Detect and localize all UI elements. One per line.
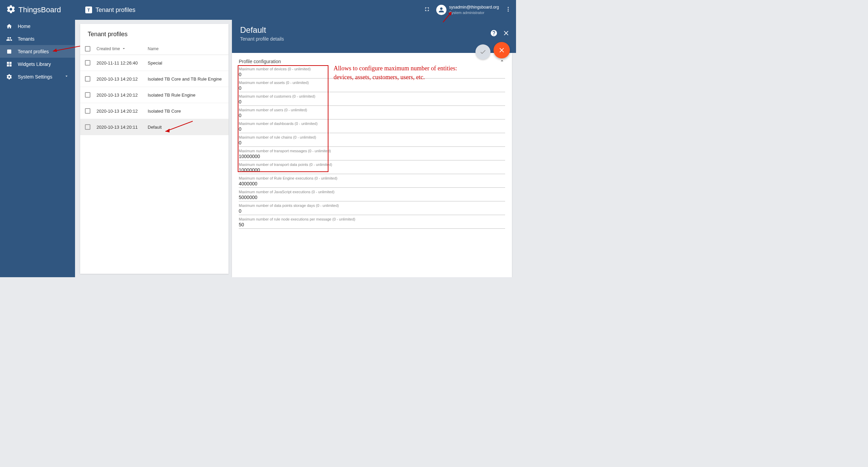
field-input[interactable]: 0 bbox=[239, 208, 505, 215]
discard-button[interactable] bbox=[494, 42, 510, 58]
field-label: Maximum number of rule node executions p… bbox=[239, 217, 505, 221]
field-label: Maximum number of data points storage da… bbox=[239, 203, 505, 208]
sidebar-item-label: Widgets Library bbox=[18, 61, 51, 67]
field-input[interactable]: 0 bbox=[239, 98, 505, 106]
chevron-up-icon[interactable] bbox=[499, 58, 505, 65]
field-max-dashboards: Maximum number of dashboards (0 - unlimi… bbox=[239, 122, 505, 133]
cell-name: Isolated TB Rule Engine bbox=[148, 93, 224, 98]
sidebar-item-label: System Settings bbox=[18, 74, 52, 80]
sidebar-item-label: Tenant profiles bbox=[18, 49, 49, 54]
table-row[interactable]: 2020-10-13 14:20:12 Isolated TB Core bbox=[80, 103, 229, 119]
field-max-users: Maximum number of users (0 - unlimited) … bbox=[239, 108, 505, 119]
tenant-profiles-icon: T bbox=[85, 6, 92, 13]
field-label: Maximum number of transport data points … bbox=[239, 162, 505, 167]
field-label: Maximum number of Rule Engine executions… bbox=[239, 176, 505, 180]
sidebar-item-system-settings[interactable]: System Settings bbox=[0, 70, 75, 83]
sidebar: Home Tenants Tenant profiles Widgets Lib… bbox=[0, 20, 75, 277]
svg-point-1 bbox=[508, 9, 509, 10]
field-label: Maximum number of dashboards (0 - unlimi… bbox=[239, 122, 505, 126]
table-row[interactable]: 2020-10-13 14:20:12 Isolated TB Core and… bbox=[80, 71, 229, 87]
topbar-right: sysadmin@thingsboard.org System administ… bbox=[424, 5, 516, 15]
section-title: Profile configuration bbox=[239, 59, 281, 64]
field-max-transport-datapoints: Maximum number of transport data points … bbox=[239, 162, 505, 174]
field-input[interactable]: 10000000 bbox=[239, 167, 505, 174]
cell-name: Isolated TB Core and TB Rule Engine bbox=[148, 76, 224, 82]
sidebar-item-home[interactable]: Home bbox=[0, 20, 75, 32]
field-input[interactable]: 5000000 bbox=[239, 194, 505, 201]
row-checkbox[interactable] bbox=[85, 108, 90, 114]
sidebar-item-tenants[interactable]: Tenants bbox=[0, 32, 75, 45]
field-max-transport-messages: Maximum number of transport messages (0 … bbox=[239, 149, 505, 160]
field-label: Maximum number of JavaScript executions … bbox=[239, 190, 505, 194]
apply-button[interactable] bbox=[475, 44, 490, 59]
details-subtitle: Tenant profile details bbox=[240, 36, 508, 42]
svg-rect-3 bbox=[7, 49, 11, 54]
field-input[interactable]: 0 bbox=[239, 126, 505, 133]
user-menu[interactable]: sysadmin@thingsboard.org System administ… bbox=[436, 5, 499, 15]
help-icon[interactable] bbox=[490, 29, 498, 37]
cell-time: 2020-10-13 14:20:11 bbox=[97, 125, 148, 130]
field-max-rule-node-exec: Maximum number of rule node executions p… bbox=[239, 217, 505, 229]
user-role: System administrator bbox=[449, 10, 499, 15]
col-name[interactable]: Name bbox=[148, 46, 159, 51]
row-checkbox[interactable] bbox=[85, 60, 90, 66]
details-body: Profile configuration Maximum number of … bbox=[232, 53, 512, 277]
cell-time: 2020-11-11 12:26:40 bbox=[97, 60, 148, 66]
table-row[interactable]: 2020-10-13 14:20:11 Default bbox=[80, 119, 229, 135]
field-max-js-exec: Maximum number of JavaScript executions … bbox=[239, 190, 505, 201]
sidebar-item-label: Tenants bbox=[18, 36, 34, 42]
select-all-checkbox[interactable] bbox=[85, 46, 90, 52]
sidebar-item-label: Home bbox=[18, 24, 30, 29]
field-label: Maximum number of users (0 - unlimited) bbox=[239, 108, 505, 112]
row-checkbox[interactable] bbox=[85, 92, 90, 98]
table-title: Tenant profiles bbox=[80, 24, 229, 43]
field-max-devices: Maximum number of devices (0 - unlimited… bbox=[239, 67, 505, 79]
svg-point-2 bbox=[508, 11, 509, 12]
cell-time: 2020-10-13 14:20:12 bbox=[97, 109, 148, 114]
cell-name: Isolated TB Core bbox=[148, 109, 224, 114]
field-input[interactable]: 50 bbox=[239, 221, 505, 229]
field-input[interactable]: 4000000 bbox=[239, 180, 505, 188]
field-max-customers: Maximum number of customers (0 - unlimit… bbox=[239, 94, 505, 106]
avatar-icon bbox=[436, 5, 446, 15]
field-max-assets: Maximum number of assets (0 - unlimited)… bbox=[239, 81, 505, 92]
chevron-down-icon bbox=[64, 74, 69, 80]
logo-icon bbox=[6, 4, 16, 15]
col-created-time[interactable]: Created time bbox=[97, 46, 120, 51]
breadcrumb: T Tenant profiles bbox=[75, 6, 135, 14]
svg-point-0 bbox=[508, 7, 509, 8]
field-input[interactable]: 0 bbox=[239, 112, 505, 119]
field-input[interactable]: 0 bbox=[239, 85, 505, 92]
topbar: ThingsBoard T Tenant profiles sysadmin@t… bbox=[0, 0, 516, 20]
page-title: Tenant profiles bbox=[95, 6, 135, 14]
sort-desc-icon bbox=[121, 46, 126, 52]
row-checkbox[interactable] bbox=[85, 124, 90, 130]
row-checkbox[interactable] bbox=[85, 76, 90, 82]
cell-name: Default bbox=[148, 125, 224, 130]
sidebar-item-tenant-profiles[interactable]: Tenant profiles bbox=[0, 45, 75, 58]
cell-name: Special bbox=[148, 60, 224, 66]
cell-time: 2020-10-13 14:20:12 bbox=[97, 76, 148, 82]
details-title: Default bbox=[240, 25, 508, 35]
field-input[interactable]: 0 bbox=[239, 139, 505, 147]
field-label: Maximum number of rule chains (0 - unlim… bbox=[239, 135, 505, 139]
close-icon[interactable] bbox=[502, 29, 510, 37]
fullscreen-icon[interactable] bbox=[424, 6, 430, 14]
table-row[interactable]: 2020-11-11 12:26:40 Special bbox=[80, 55, 229, 71]
sidebar-item-widgets[interactable]: Widgets Library bbox=[0, 58, 75, 70]
field-max-rule-engine-exec: Maximum number of Rule Engine executions… bbox=[239, 176, 505, 188]
logo-area[interactable]: ThingsBoard bbox=[0, 4, 75, 15]
table-row[interactable]: 2020-10-13 14:20:12 Isolated TB Rule Eng… bbox=[80, 87, 229, 103]
user-email: sysadmin@thingsboard.org bbox=[449, 5, 499, 10]
details-header: Default Tenant profile details bbox=[232, 20, 516, 53]
table-header-row: Created time Name bbox=[80, 43, 229, 55]
field-label: Maximum number of customers (0 - unlimit… bbox=[239, 94, 505, 98]
field-label: Maximum number of devices (0 - unlimited… bbox=[239, 67, 505, 71]
field-label: Maximum number of assets (0 - unlimited) bbox=[239, 81, 505, 85]
field-input[interactable]: 0 bbox=[239, 71, 505, 79]
field-max-rule-chains: Maximum number of rule chains (0 - unlim… bbox=[239, 135, 505, 147]
app-name: ThingsBoard bbox=[18, 5, 61, 14]
more-vert-icon[interactable] bbox=[505, 6, 511, 14]
field-input[interactable]: 10000000 bbox=[239, 153, 505, 160]
field-label: Maximum number of transport messages (0 … bbox=[239, 149, 505, 153]
